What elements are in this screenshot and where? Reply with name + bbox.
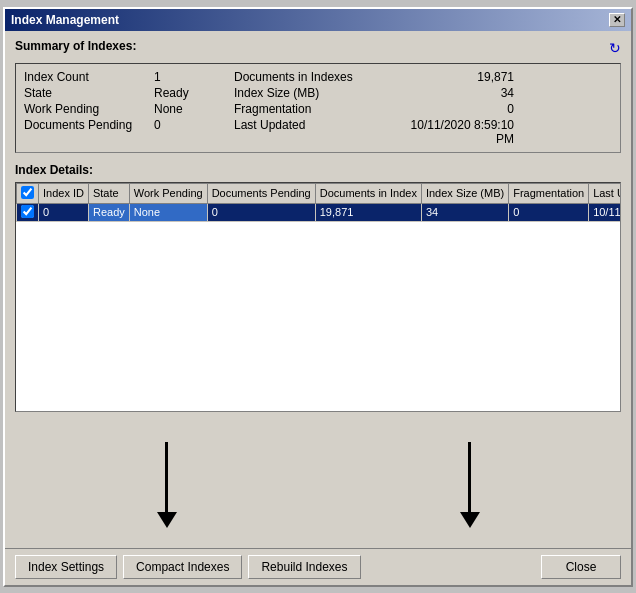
- cell-documents-in-index: 19,871: [315, 203, 421, 221]
- col-header-last-updated: Last Updated: [589, 183, 621, 203]
- arrow-shaft-1: [165, 442, 168, 512]
- cell-index-size: 34: [421, 203, 508, 221]
- rebuild-indexes-button[interactable]: Rebuild Indexes: [248, 555, 360, 579]
- value-index-count: 1: [154, 70, 234, 84]
- value-documents-pending: 0: [154, 118, 234, 146]
- close-button[interactable]: Close: [541, 555, 621, 579]
- summary-box: Index Count 1 Documents in Indexes 19,87…: [15, 63, 621, 153]
- value-work-pending: None: [154, 102, 234, 116]
- col-header-documents-pending: Documents Pending: [207, 183, 315, 203]
- arrow-rebuild: [460, 442, 480, 528]
- label-state: State: [24, 86, 154, 100]
- label-work-pending: Work Pending: [24, 102, 154, 116]
- value-documents-in-indexes: 19,871: [394, 70, 514, 84]
- col-header-documents-in-index: Documents in Index: [315, 183, 421, 203]
- index-table-container: Index ID State Work Pending Documents Pe…: [15, 182, 621, 412]
- row-checkbox-cell[interactable]: [17, 203, 39, 221]
- window-title: Index Management: [11, 13, 119, 27]
- arrow-head-1: [157, 512, 177, 528]
- close-title-button[interactable]: ✕: [609, 13, 625, 27]
- summary-grid: Index Count 1 Documents in Indexes 19,87…: [24, 70, 612, 146]
- label-last-updated: Last Updated: [234, 118, 394, 146]
- table-header-row: Index ID State Work Pending Documents Pe…: [17, 183, 622, 203]
- cell-last-updated: 10/11/2020 8:59:10 PM: [589, 203, 621, 221]
- summary-title: Summary of Indexes:: [15, 39, 136, 53]
- footer-left-buttons: Index Settings Compact Indexes Rebuild I…: [15, 555, 361, 579]
- refresh-icon[interactable]: ↻: [609, 40, 621, 56]
- arrow-shaft-2: [468, 442, 471, 512]
- cell-fragmentation: 0: [509, 203, 589, 221]
- index-settings-button[interactable]: Index Settings: [15, 555, 117, 579]
- row-checkbox[interactable]: [21, 205, 34, 218]
- header-checkbox[interactable]: [17, 183, 39, 203]
- cell-state: Ready: [88, 203, 129, 221]
- dialog-content: Summary of Indexes: ↻ Index Count 1 Docu…: [5, 31, 631, 548]
- cell-documents-pending: 0: [207, 203, 315, 221]
- label-fragmentation: Fragmentation: [234, 102, 394, 116]
- table-body: 0 Ready None 0 19,871 34 0 10/11/2020 8:…: [17, 203, 622, 221]
- col-header-state: State: [88, 183, 129, 203]
- cell-work-pending: None: [129, 203, 207, 221]
- index-details-title: Index Details:: [15, 163, 621, 177]
- index-table: Index ID State Work Pending Documents Pe…: [16, 183, 621, 222]
- footer: Index Settings Compact Indexes Rebuild I…: [5, 548, 631, 585]
- label-index-count: Index Count: [24, 70, 154, 84]
- col-header-fragmentation: Fragmentation: [509, 183, 589, 203]
- value-index-size: 34: [394, 86, 514, 100]
- summary-header-row: Summary of Indexes: ↻: [15, 39, 621, 58]
- value-state: Ready: [154, 86, 234, 100]
- dialog-window: Index Management ✕ Summary of Indexes: ↻…: [3, 7, 633, 587]
- col-header-work-pending: Work Pending: [129, 183, 207, 203]
- value-fragmentation: 0: [394, 102, 514, 116]
- label-index-size: Index Size (MB): [234, 86, 394, 100]
- arrow-compact: [157, 442, 177, 528]
- col-header-index-size: Index Size (MB): [421, 183, 508, 203]
- value-last-updated: 10/11/2020 8:59:10 PM: [394, 118, 514, 146]
- label-documents-in-indexes: Documents in Indexes: [234, 70, 394, 84]
- select-all-checkbox[interactable]: [21, 186, 34, 199]
- col-header-index-id: Index ID: [39, 183, 89, 203]
- arrow-area: [15, 420, 621, 540]
- cell-index-id: 0: [39, 203, 89, 221]
- compact-indexes-button[interactable]: Compact Indexes: [123, 555, 242, 579]
- arrow-head-2: [460, 512, 480, 528]
- label-documents-pending: Documents Pending: [24, 118, 154, 146]
- table-row[interactable]: 0 Ready None 0 19,871 34 0 10/11/2020 8:…: [17, 203, 622, 221]
- title-bar: Index Management ✕: [5, 9, 631, 31]
